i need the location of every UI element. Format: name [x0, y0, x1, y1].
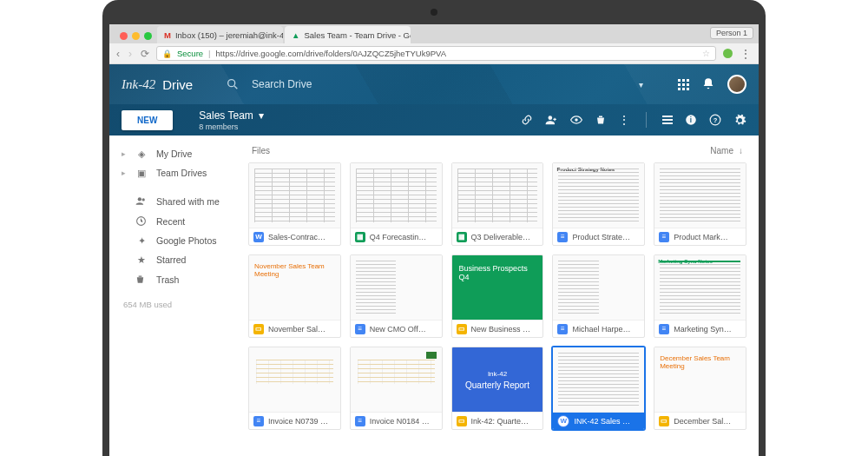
file-grid: WSales-Contrac…▦Q4 Forecastin…▦Q3 Delive… — [248, 162, 746, 430]
file-name: Q4 Forecastin… — [370, 233, 437, 241]
brand[interactable]: Ink-42 Drive — [122, 77, 226, 92]
search-input[interactable]: Search Drive — [252, 78, 312, 90]
sidebar-item-starred[interactable]: ★ Starred — [109, 250, 240, 269]
file-card[interactable]: ≡Invoice N0184 … — [350, 347, 443, 430]
file-card[interactable]: WINK-42 Sales … — [552, 347, 645, 430]
file-thumbnail — [452, 163, 543, 228]
svg-text:i: i — [690, 116, 692, 124]
add-person-icon[interactable] — [545, 114, 557, 126]
tab-label: Sales Team - Team Drive - Go… — [304, 30, 411, 40]
svg-point-2 — [549, 116, 553, 120]
file-thumbnail: December Sales Team Meeting — [654, 347, 746, 412]
file-name: Product Strate… — [572, 233, 640, 241]
file-card[interactable]: Marketing Sync Notes≡Marketing Syn… — [654, 254, 746, 338]
file-type-icon: W — [253, 232, 264, 242]
file-card[interactable]: ≡Invoice N0739 … — [248, 347, 341, 430]
close-window-icon[interactable] — [120, 32, 128, 40]
file-thumbnail — [351, 255, 442, 320]
reload-icon[interactable]: ⟳ — [141, 48, 149, 60]
sidebar-item-photos[interactable]: ✦ Google Photos — [109, 231, 240, 250]
minimize-window-icon[interactable] — [132, 32, 140, 40]
account-avatar[interactable] — [727, 75, 746, 94]
more-icon[interactable]: ⋮ — [618, 113, 630, 127]
sidebar-item-label: Recent — [156, 216, 185, 227]
url-input[interactable]: 🔒 Secure | https://drive.google.com/driv… — [156, 46, 716, 61]
drive-icon: ◈ — [135, 149, 148, 159]
forward-icon[interactable]: › — [128, 48, 132, 60]
file-card-footer: ▦Q3 Deliverable… — [452, 228, 543, 245]
team-info[interactable]: Sales Team▾ 8 members — [199, 109, 263, 131]
svg-point-3 — [575, 118, 578, 122]
svg-point-0 — [228, 80, 235, 87]
notifications-icon[interactable] — [701, 77, 715, 91]
file-name: November Sal… — [268, 325, 336, 334]
file-thumbnail — [553, 255, 644, 320]
file-card-footer: ▭December Sal… — [654, 412, 746, 429]
file-card-footer: WSales-Contrac… — [249, 228, 340, 245]
bookmark-star-icon[interactable]: ☆ — [702, 49, 710, 58]
browser-tab-drive[interactable]: ▲ Sales Team - Team Drive - Go… × — [285, 26, 411, 43]
sidebar-item-shared[interactable]: Shared with me — [109, 191, 240, 211]
browser-tab-bar: M Inbox (150) – jeremiah@ink-4… × ▲ Sale… — [109, 24, 759, 43]
file-grid-pane: Files Name ↓ WSales-Contrac…▦Q4 Forecast… — [240, 135, 759, 456]
file-type-icon: ≡ — [355, 324, 365, 334]
profile-chip[interactable]: Person 1 — [710, 27, 753, 39]
file-name: New Business … — [471, 325, 539, 334]
file-card[interactable]: December Sales Team Meeting▭December Sal… — [654, 347, 746, 430]
sidebar-item-trash[interactable]: Trash — [109, 269, 240, 289]
address-bar: ‹ › ⟳ 🔒 Secure | https://drive.google.co… — [109, 43, 759, 64]
extension-icon[interactable] — [723, 49, 733, 58]
file-thumbnail: Marketing Sync Notes — [654, 255, 746, 320]
file-card[interactable]: Product Strategy Notes≡Product Strate… — [552, 162, 645, 246]
file-type-icon: ≡ — [557, 232, 568, 242]
back-icon[interactable]: ‹ — [116, 48, 120, 60]
new-button[interactable]: NEW — [122, 110, 173, 130]
file-card[interactable]: ▦Q4 Forecastin… — [350, 162, 443, 246]
file-name: New CMO Off… — [370, 325, 437, 334]
details-icon[interactable]: i — [685, 114, 697, 126]
help-icon[interactable]: ? — [709, 114, 721, 126]
product-name: Drive — [162, 77, 193, 92]
preview-icon[interactable] — [569, 114, 583, 126]
file-card[interactable]: ≡Michael Harpe… — [552, 254, 645, 338]
search-options-icon[interactable]: ▾ — [639, 80, 643, 89]
file-thumbnail — [553, 347, 644, 412]
file-card[interactable]: November Sales Team Meeting▭November Sal… — [248, 254, 341, 338]
file-card-footer: ≡Product Mark… — [654, 228, 746, 245]
sidebar-item-my-drive[interactable]: ▸ ◈ My Drive — [109, 144, 240, 163]
sidebar-item-team-drives[interactable]: ▸ ▣ Team Drives — [109, 163, 240, 182]
file-type-icon: ▭ — [457, 324, 467, 334]
maximize-window-icon[interactable] — [144, 32, 152, 40]
apps-grid-icon[interactable] — [678, 79, 689, 90]
file-card[interactable]: Business Prospects Q4▭New Business … — [451, 254, 544, 338]
sidebar-item-label: Shared with me — [156, 196, 220, 207]
file-card[interactable]: Ink-42Quarterly Report▭Ink-42: Quarte… — [451, 347, 544, 430]
sort-control[interactable]: Name ↓ — [710, 146, 743, 155]
list-view-icon[interactable] — [662, 116, 673, 124]
search-icon[interactable] — [226, 77, 240, 91]
photos-icon: ✦ — [135, 235, 148, 246]
file-type-icon: ≡ — [355, 416, 365, 426]
sidebar-item-recent[interactable]: Recent — [109, 211, 240, 231]
camera-dot — [431, 9, 437, 16]
chevron-right-icon: ▸ — [122, 149, 127, 158]
trash-icon[interactable] — [595, 114, 606, 126]
list-header: Files Name ↓ — [248, 144, 746, 162]
browser-tab-inbox[interactable]: M Inbox (150) – jeremiah@ink-4… × — [157, 26, 283, 43]
drive-icon: ▲ — [292, 30, 299, 40]
sidebar-item-label: Trash — [156, 274, 179, 285]
file-name: December Sal… — [674, 417, 741, 426]
file-card[interactable]: ≡Product Mark… — [654, 162, 746, 246]
file-card[interactable]: ≡New CMO Off… — [350, 254, 443, 338]
browser-menu-icon[interactable]: ⋮ — [740, 47, 752, 61]
file-card-footer: WINK-42 Sales … — [553, 412, 644, 429]
file-card-footer: ▭Ink-42: Quarte… — [452, 412, 543, 429]
file-name: Invoice N0184 … — [370, 417, 437, 426]
file-thumbnail — [351, 347, 442, 412]
link-icon[interactable] — [521, 114, 533, 126]
file-card[interactable]: ▦Q3 Deliverable… — [451, 162, 544, 246]
drive-body: ▸ ◈ My Drive ▸ ▣ Team Drives Shared with… — [109, 135, 759, 456]
sidebar-item-label: Team Drives — [156, 168, 207, 178]
file-card[interactable]: WSales-Contrac… — [248, 162, 341, 246]
settings-gear-icon[interactable] — [733, 114, 746, 127]
